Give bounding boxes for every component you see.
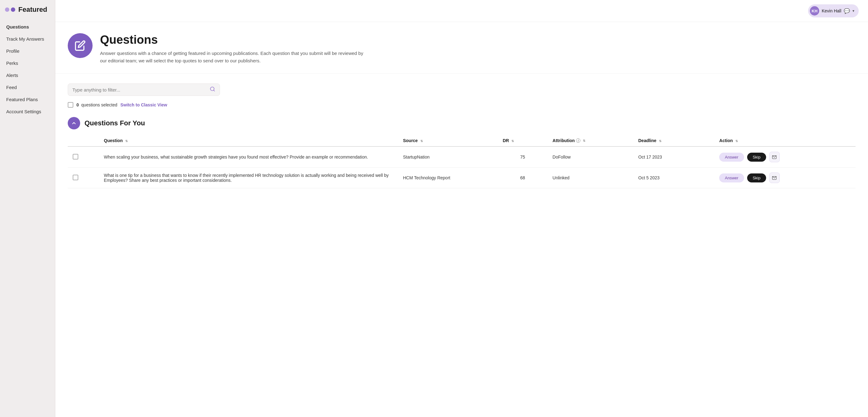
row2-checkbox-cell — [68, 168, 99, 188]
search-input[interactable] — [72, 87, 207, 93]
select-all-checkbox[interactable] — [68, 102, 73, 108]
row2-question: What is one tip for a business that want… — [99, 168, 398, 188]
attribution-info-icon[interactable]: i — [576, 138, 580, 143]
logo-dots — [5, 7, 15, 12]
questions-table: Question ⇅ Source ⇅ DR ⇅ Attribution — [68, 135, 856, 188]
logo-dot-left — [5, 7, 9, 12]
page-header: Questions Answer questions with a chance… — [55, 22, 868, 73]
row1-attribution: DoFollow — [548, 146, 633, 168]
sidebar-item-track-my-answers[interactable]: Track My Answers — [2, 33, 53, 45]
avatar: KH — [810, 6, 819, 15]
svg-line-1 — [213, 90, 214, 91]
sidebar-item-profile[interactable]: Profile — [2, 45, 53, 57]
sidebar-nav: Questions Track My Answers Profile Perks… — [0, 21, 55, 117]
section-header: Questions For You — [68, 117, 856, 129]
sort-icon-attribution: ⇅ — [583, 139, 585, 142]
logo-title: Featured — [18, 6, 47, 14]
sidebar-item-perks[interactable]: Perks — [2, 58, 53, 69]
table-header: Question ⇅ Source ⇅ DR ⇅ Attribution — [68, 135, 856, 146]
row1-checkbox-cell — [68, 146, 99, 168]
user-name: Kevin Hall — [822, 8, 841, 13]
page-title-area: Questions Answer questions with a chance… — [100, 33, 367, 65]
content-area: 0 questions selected Switch to Classic V… — [55, 73, 868, 417]
sort-icon-action: ⇅ — [735, 139, 738, 143]
row2-source: HCM Technology Report — [398, 168, 498, 188]
sidebar-item-account-settings[interactable]: Account Settings — [2, 106, 53, 117]
th-dr[interactable]: DR ⇅ — [498, 135, 548, 146]
row2-email-button[interactable] — [769, 173, 780, 183]
search-box[interactable] — [68, 83, 220, 96]
table-row: What is one tip for a business that want… — [68, 168, 856, 188]
section-title: Questions For You — [85, 119, 145, 127]
page-description: Answer questions with a chance of gettin… — [100, 50, 367, 65]
table-row: When scaling your business, what sustain… — [68, 146, 856, 168]
selected-count: 0 questions selected — [76, 102, 118, 107]
sort-icon-source: ⇅ — [420, 139, 423, 143]
row1-dr: 75 — [498, 146, 548, 168]
row1-answer-button[interactable]: Answer — [719, 153, 744, 162]
th-attribution[interactable]: Attribution i ⇅ — [548, 135, 633, 146]
select-all-row: 0 questions selected Switch to Classic V… — [68, 102, 856, 108]
th-source[interactable]: Source ⇅ — [398, 135, 498, 146]
page-title: Questions — [100, 33, 367, 46]
classic-view-link[interactable]: Switch to Classic View — [121, 102, 167, 107]
row2-action-cell: Answer Skip — [714, 168, 856, 188]
row2-attribution: Unlinked — [548, 168, 633, 188]
row1-email-button[interactable] — [769, 152, 780, 162]
sort-icon-dr: ⇅ — [512, 139, 514, 143]
row1-action-cell: Answer Skip — [714, 146, 856, 168]
row1-skip-button[interactable]: Skip — [747, 153, 766, 162]
top-header: KH Kevin Hall 💬 ▾ — [55, 0, 868, 22]
th-question[interactable]: Question ⇅ — [99, 135, 398, 146]
page-icon — [68, 33, 93, 58]
search-icon — [210, 86, 215, 93]
sidebar-item-feed[interactable]: Feed — [2, 81, 53, 93]
sort-icon-question: ⇅ — [125, 139, 128, 143]
sort-icon-deadline: ⇅ — [659, 139, 661, 143]
pencil-icon — [74, 40, 86, 51]
row2-dr: 68 — [498, 168, 548, 188]
logo-dot-right — [11, 7, 15, 12]
row2-deadline: Oct 5 2023 — [633, 168, 715, 188]
collapse-section-button[interactable] — [68, 117, 80, 129]
row1-source: StartupNation — [398, 146, 498, 168]
row2-answer-button[interactable]: Answer — [719, 173, 744, 182]
row1-deadline: Oct 17 2023 — [633, 146, 715, 168]
chevron-down-icon: ▾ — [852, 9, 854, 13]
row1-question: When scaling your business, what sustain… — [99, 146, 398, 168]
sidebar-item-featured-plans[interactable]: Featured Plans — [2, 94, 53, 105]
logo: Featured — [0, 0, 55, 21]
chat-icon: 💬 — [844, 8, 850, 14]
table-body: When scaling your business, what sustain… — [68, 146, 856, 188]
th-checkbox — [68, 135, 99, 146]
row2-skip-button[interactable]: Skip — [747, 173, 766, 182]
user-menu[interactable]: KH Kevin Hall 💬 ▾ — [808, 4, 859, 18]
th-action[interactable]: Action ⇅ — [714, 135, 856, 146]
sidebar-item-alerts[interactable]: Alerts — [2, 69, 53, 81]
row1-checkbox[interactable] — [73, 154, 78, 160]
filter-bar — [68, 83, 856, 96]
main-content: KH Kevin Hall 💬 ▾ Questions Answer quest… — [55, 0, 868, 417]
sidebar-item-questions[interactable]: Questions — [2, 21, 53, 33]
sidebar: Featured Questions Track My Answers Prof… — [0, 0, 55, 417]
row2-checkbox[interactable] — [73, 175, 78, 180]
avatar-initials: KH — [812, 9, 818, 13]
th-deadline[interactable]: Deadline ⇅ — [633, 135, 715, 146]
